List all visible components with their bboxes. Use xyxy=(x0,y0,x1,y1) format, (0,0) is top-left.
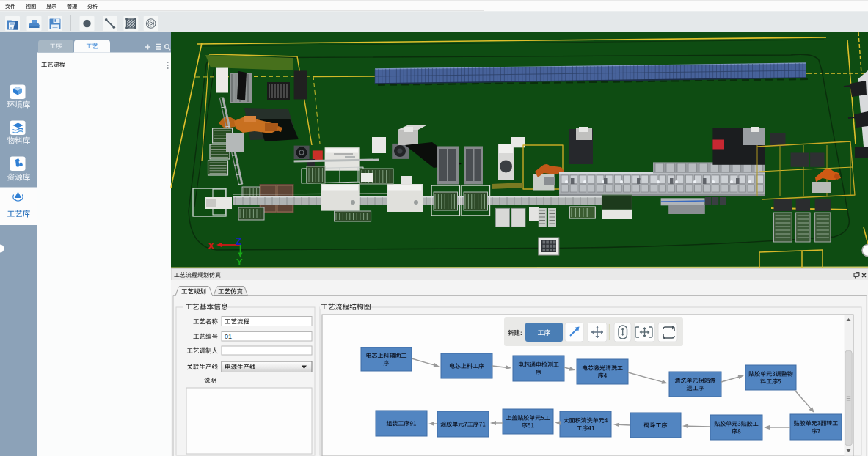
svg-text:Y: Y xyxy=(236,257,243,268)
svg-text:Z: Z xyxy=(236,235,242,247)
svg-text:01: 01 xyxy=(225,333,232,340)
svg-text:X: X xyxy=(208,240,214,251)
